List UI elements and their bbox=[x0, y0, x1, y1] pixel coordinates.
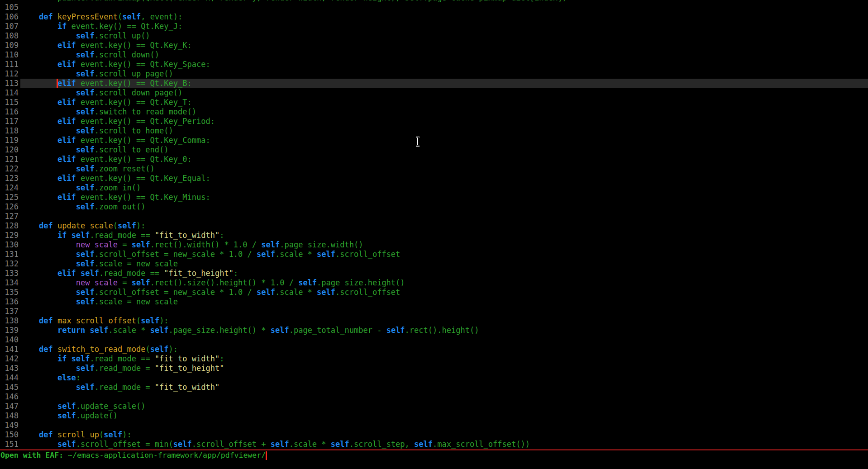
code-line[interactable]: 112 self.scroll_up_page() bbox=[0, 69, 868, 79]
code-line[interactable]: 142 if self.read_mode == "fit_to_width": bbox=[0, 354, 868, 364]
minibuffer-input-line[interactable]: Open with EAF: ~/emacs-application-frame… bbox=[0, 450, 267, 460]
code-text: self.scroll_offset = new_scale * 1.0 / s… bbox=[20, 288, 868, 297]
code-line[interactable]: 124 self.zoom_in() bbox=[0, 183, 868, 193]
code-line[interactable]: 131 self.scroll_offset = new_scale * 1.0… bbox=[0, 250, 868, 259]
code-text: self.read_mode = "fit_to_height" bbox=[20, 364, 868, 373]
line-number: 140 bbox=[0, 335, 20, 345]
code-line[interactable]: 108 self.scroll_up() bbox=[0, 31, 868, 41]
line-number: 126 bbox=[0, 202, 20, 212]
code-line[interactable]: 144 else: bbox=[0, 373, 868, 383]
code-line[interactable]: 126 self.zoom_out() bbox=[0, 202, 868, 212]
code-line[interactable]: 130 new_scale = self.rect().width() * 1.… bbox=[0, 240, 868, 250]
code-line[interactable]: 125 elif event.key() == Qt.Key_Minus: bbox=[0, 193, 868, 202]
code-line[interactable]: 128 def update_scale(self): bbox=[0, 221, 868, 231]
line-number: 143 bbox=[0, 364, 20, 373]
code-text: self.zoom_in() bbox=[20, 183, 868, 193]
code-line[interactable]: 146 bbox=[0, 392, 868, 402]
minibuffer-input[interactable]: ~/emacs-application-framework/app/pdfvie… bbox=[68, 450, 266, 460]
line-number: 129 bbox=[0, 231, 20, 240]
code-line[interactable]: 116 self.switch_to_read_mode() bbox=[0, 107, 868, 117]
line-number: 119 bbox=[0, 136, 20, 145]
code-line[interactable]: 143 self.read_mode = "fit_to_height" bbox=[0, 364, 868, 373]
line-number: 149 bbox=[0, 421, 20, 430]
code-line[interactable]: 151 self.scroll_offset = min(self.scroll… bbox=[0, 440, 868, 449]
code-line[interactable]: 141 def switch_to_read_mode(self): bbox=[0, 345, 868, 354]
code-text: self.scroll_up_page() bbox=[20, 69, 868, 79]
code-line[interactable]: 110 self.scroll_down() bbox=[0, 50, 868, 60]
line-number: 145 bbox=[0, 383, 20, 392]
code-line[interactable]: 113 elif event.key() == Qt.Key_B: bbox=[0, 79, 868, 88]
line-number: 107 bbox=[0, 22, 20, 31]
code-text: self.scroll_down_page() bbox=[20, 88, 868, 98]
code-line[interactable]: 134 new_scale = self.rect().size().heigh… bbox=[0, 278, 868, 288]
line-number: 108 bbox=[0, 31, 20, 41]
code-text: elif event.key() == Qt.Key_Period: bbox=[20, 117, 868, 126]
code-line[interactable]: 135 self.scroll_offset = new_scale * 1.0… bbox=[0, 288, 868, 297]
line-number: 118 bbox=[0, 126, 20, 136]
line-number: 139 bbox=[0, 326, 20, 335]
line-number: 125 bbox=[0, 193, 20, 202]
code-line[interactable]: 132 self.scale = new_scale bbox=[0, 259, 868, 269]
code-text: self.update() bbox=[20, 411, 868, 421]
code-line[interactable]: 117 elif event.key() == Qt.Key_Period: bbox=[0, 117, 868, 126]
code-line[interactable]: 148 self.update() bbox=[0, 411, 868, 421]
code-line[interactable]: 105 bbox=[0, 3, 868, 12]
code-text: elif event.key() == Qt.Key_K: bbox=[20, 41, 868, 50]
code-text: new_scale = self.rect().width() * 1.0 / … bbox=[20, 240, 868, 250]
code-line[interactable]: 138 def max_scroll_offset(self): bbox=[0, 316, 868, 326]
line-number: 144 bbox=[0, 373, 20, 383]
line-number: 131 bbox=[0, 250, 20, 259]
line-number: 116 bbox=[0, 107, 20, 117]
code-line[interactable]: 150 def scroll_up(self): bbox=[0, 430, 868, 440]
code-line[interactable]: 122 self.zoom_reset() bbox=[0, 164, 868, 174]
code-line[interactable]: 109 elif event.key() == Qt.Key_K: bbox=[0, 41, 868, 50]
code-text: self.scroll_up() bbox=[20, 31, 868, 41]
line-number: 133 bbox=[0, 269, 20, 278]
code-text: def switch_to_read_mode(self): bbox=[20, 345, 868, 354]
code-line[interactable]: 145 self.read_mode = "fit_to_width" bbox=[0, 383, 868, 392]
code-text: self.scroll_to_end() bbox=[20, 145, 868, 155]
code-buffer[interactable]: painter.drawPixmap(QRect(render_x, rende… bbox=[0, 0, 868, 449]
code-line[interactable]: 115 elif event.key() == Qt.Key_T: bbox=[0, 98, 868, 107]
minibuffer-prompt: Open with EAF: bbox=[0, 450, 68, 460]
code-line[interactable]: 149 bbox=[0, 421, 868, 430]
code-line[interactable]: 107 if event.key() == Qt.Key_J: bbox=[0, 22, 868, 31]
code-line[interactable]: 106 def keyPressEvent(self, event): bbox=[0, 12, 868, 22]
code-text: self.zoom_reset() bbox=[20, 164, 868, 174]
code-text bbox=[20, 3, 868, 12]
text-cursor bbox=[57, 79, 58, 88]
code-text: else: bbox=[20, 373, 868, 383]
code-line[interactable]: 139 return self.scale * self.page_size.h… bbox=[0, 326, 868, 335]
code-line[interactable]: 119 elif event.key() == Qt.Key_Comma: bbox=[0, 136, 868, 145]
code-line[interactable]: 127 bbox=[0, 212, 868, 221]
code-text: elif event.key() == Qt.Key_Comma: bbox=[20, 136, 868, 145]
code-line[interactable]: 118 self.scroll_to_home() bbox=[0, 126, 868, 136]
code-text bbox=[20, 392, 868, 402]
code-line[interactable]: 133 elif self.read_mode == "fit_to_heigh… bbox=[0, 269, 868, 278]
code-line[interactable]: 111 elif event.key() == Qt.Key_Space: bbox=[0, 60, 868, 69]
code-text: elif event.key() == Qt.Key_B: bbox=[20, 79, 868, 88]
line-number: 130 bbox=[0, 240, 20, 250]
code-line[interactable]: 140 bbox=[0, 335, 868, 345]
line-number: 136 bbox=[0, 297, 20, 307]
minibuffer-cursor bbox=[266, 451, 267, 460]
line-number: 148 bbox=[0, 411, 20, 421]
code-text: def keyPressEvent(self, event): bbox=[20, 12, 868, 22]
code-text bbox=[20, 212, 868, 221]
code-line[interactable]: 147 self.update_scale() bbox=[0, 402, 868, 411]
code-line[interactable]: 120 self.scroll_to_end() bbox=[0, 145, 868, 155]
code-text: elif event.key() == Qt.Key_Space: bbox=[20, 60, 868, 69]
code-line[interactable]: 129 if self.read_mode == "fit_to_width": bbox=[0, 231, 868, 240]
line-number: 105 bbox=[0, 3, 20, 12]
code-line[interactable]: 137 bbox=[0, 307, 868, 316]
line-number: 151 bbox=[0, 440, 20, 449]
code-line[interactable]: 114 self.scroll_down_page() bbox=[0, 88, 868, 98]
code-line[interactable]: 123 elif event.key() == Qt.Key_Equal: bbox=[0, 174, 868, 183]
line-number: 112 bbox=[0, 69, 20, 79]
code-line[interactable]: 121 elif event.key() == Qt.Key_0: bbox=[0, 155, 868, 164]
line-number: 135 bbox=[0, 288, 20, 297]
line-number: 122 bbox=[0, 164, 20, 174]
code-line[interactable]: 136 self.scale = new_scale bbox=[0, 297, 868, 307]
line-number: 134 bbox=[0, 278, 20, 288]
code-text: if event.key() == Qt.Key_J: bbox=[20, 22, 868, 31]
